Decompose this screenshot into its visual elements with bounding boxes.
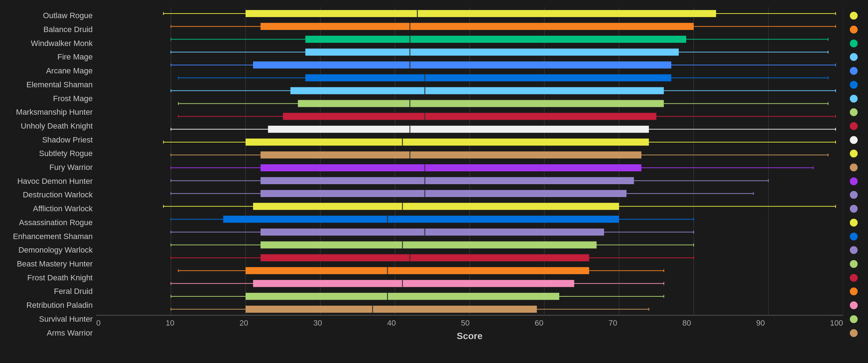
legend-dot-enhancement-shaman [850,233,858,240]
y-labels: Outlaw RogueBalance DruidWindwalker Monk… [4,7,96,342]
legend-dot-shadow-priest [850,136,858,144]
y-label-outlaw-rogue: Outlaw Rogue [4,12,93,20]
x-tick-100: 100 [830,318,843,328]
y-label-beast-mastery-hunter: Beast Mastery Hunter [4,260,93,268]
y-label-havoc-demon-hunter: Havoc Demon Hunter [4,177,93,185]
legend-dot-feral-druid [850,287,858,295]
y-label-balance-druid: Balance Druid [4,26,93,33]
plot-area [96,7,843,316]
legend-dot-arcane-mage [850,67,858,75]
svg-rect-123 [246,293,559,300]
x-axis-title: Score [96,331,843,342]
legend-dot-arms-warrior [850,329,858,337]
legend-dot-assassination-rogue [850,219,858,227]
svg-rect-78 [261,177,634,184]
y-label-subtlety-rogue: Subtlety Rogue [4,150,93,157]
svg-rect-43 [291,87,664,94]
y-label-feral-druid: Feral Druid [4,287,93,295]
svg-rect-53 [283,113,657,120]
legend-dot-elemental-shaman [850,81,858,89]
legend-dot-balance-druid [850,26,858,33]
svg-rect-38 [305,74,672,82]
svg-rect-113 [246,267,589,274]
svg-rect-63 [246,139,649,146]
x-tick-60: 60 [535,318,543,328]
legend-dot-fire-mage [850,53,858,61]
y-label-enhancement-shaman: Enhancement Shaman [4,233,93,240]
svg-rect-73 [261,164,641,171]
x-tick-50: 50 [461,318,469,328]
chart-container: Outlaw RogueBalance DruidWindwalker Monk… [0,0,868,363]
svg-rect-23 [305,36,686,43]
x-tick-20: 20 [240,318,248,328]
y-label-fury-warrior: Fury Warrior [4,164,93,171]
y-label-destruction-warlock: Destruction Warlock [4,191,93,199]
x-tick-70: 70 [608,318,617,328]
svg-rect-48 [298,100,664,107]
svg-rect-33 [253,61,671,68]
y-label-assassination-rogue: Assassination Rogue [4,219,93,227]
y-label-fire-mage: Fire Mage [4,53,93,61]
svg-rect-118 [253,280,574,287]
chart-area: 0102030405060708090100 Score [96,7,843,342]
legend-dot-demonology-warlock [850,246,858,254]
x-tick-80: 80 [682,318,691,328]
svg-rect-108 [261,254,589,261]
legend-dot-destruction-warlock [850,191,858,199]
y-label-arms-warrior: Arms Warrior [4,329,93,337]
svg-rect-128 [246,306,537,313]
svg-rect-93 [223,216,619,223]
legend-dot-beast-mastery-hunter [850,260,858,268]
y-label-shadow-priest: Shadow Priest [4,136,93,144]
legend-dot-frost-mage [850,95,858,103]
x-tick-30: 30 [313,318,322,328]
y-label-frost-death-knight: Frost Death Knight [4,274,93,282]
svg-rect-98 [261,229,604,236]
legend-dot-frost-death-knight [850,274,858,282]
svg-rect-103 [261,242,597,249]
legend-dot-outlaw-rogue [850,12,858,20]
y-label-retribution-paladin: Retribution Paladin [4,301,93,309]
x-tick-10: 10 [166,318,174,328]
y-label-arcane-mage: Arcane Mage [4,67,93,75]
svg-rect-18 [261,23,694,30]
legend-dot-marksmanship-hunter [850,108,858,116]
svg-rect-88 [253,203,619,210]
x-tick-0: 0 [96,318,101,328]
legend-dot-subtlety-rogue [850,150,858,157]
legend-dots [843,7,864,342]
legend-dot-unholy-death-knight [850,122,858,130]
y-label-affliction-warlock: Affliction Warlock [4,205,93,213]
svg-rect-68 [261,151,641,159]
legend-dot-affliction-warlock [850,205,858,213]
x-tick-40: 40 [387,318,396,328]
y-label-elemental-shaman: Elemental Shaman [4,81,93,89]
legend-dot-survival-hunter [850,315,858,323]
legend-dot-retribution-paladin [850,301,858,309]
y-label-windwalker-monk: Windwalker Monk [4,40,93,47]
svg-rect-58 [268,126,649,133]
svg-rect-28 [305,48,679,56]
y-label-survival-hunter: Survival Hunter [4,315,93,323]
y-label-demonology-warlock: Demonology Warlock [4,246,93,254]
svg-rect-83 [261,190,627,197]
x-tick-90: 90 [756,318,765,328]
legend-dot-fury-warrior [850,164,858,171]
y-label-unholy-death-knight: Unholy Death Knight [4,122,93,130]
y-label-marksmanship-hunter: Marksmanship Hunter [4,108,93,116]
legend-dot-windwalker-monk [850,40,858,47]
y-label-frost-mage: Frost Mage [4,95,93,103]
svg-rect-13 [246,10,716,17]
x-axis: 0102030405060708090100 [96,316,843,328]
legend-dot-havoc-demon-hunter [850,177,858,185]
